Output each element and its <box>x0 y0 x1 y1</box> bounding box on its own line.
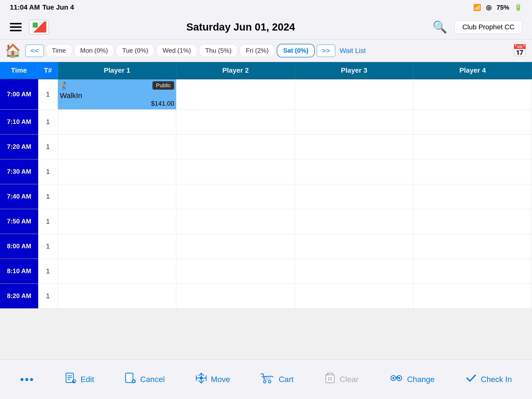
booking-price: $141.00 <box>60 100 174 107</box>
app-icon-graphic <box>32 21 46 33</box>
top-nav-right: 🔍 Club Prophet CC <box>432 20 522 34</box>
wifi-icon: 📶 <box>473 4 481 11</box>
check-in-button[interactable]: Check In <box>460 369 517 390</box>
player3-cell-810[interactable] <box>295 259 414 283</box>
cancel-label: Cancel <box>140 375 165 384</box>
page-title: Saturday Jun 01, 2024 <box>186 21 295 33</box>
cancel-button[interactable]: Cancel <box>119 369 170 390</box>
player1-cell-720[interactable] <box>58 134 176 159</box>
tnum-cell-800: 1 <box>38 234 58 259</box>
top-nav: Saturday Jun 01, 2024 🔍 Club Prophet CC <box>0 15 532 39</box>
table-row: 7:40 AM 1 <box>0 184 532 209</box>
svg-point-21 <box>392 377 394 379</box>
tab-saturday[interactable]: Sat (0%) <box>277 44 315 57</box>
check-in-icon <box>465 372 477 387</box>
calendar-button[interactable]: 📅 <box>512 44 527 58</box>
player2-cell-750[interactable] <box>176 209 295 234</box>
player3-cell-740[interactable] <box>295 184 414 209</box>
tnum-cell-750: 1 <box>38 209 58 234</box>
player4-cell-750[interactable] <box>414 209 532 234</box>
player2-cell-740[interactable] <box>176 184 295 209</box>
svg-text:✎: ✎ <box>73 379 76 383</box>
table-row: 7:00 AM 1 🏌️ Public WalkIn $141.00 <box>0 79 532 110</box>
header-player4: Player 4 <box>414 62 532 79</box>
tab-tuesday[interactable]: Tue (0%) <box>116 44 154 57</box>
svg-point-22 <box>398 377 400 379</box>
player4-cell-740[interactable] <box>414 184 532 209</box>
booking-type-icon: 🏌️ <box>60 81 69 90</box>
time-cell-700: 7:00 AM <box>0 79 38 109</box>
tab-thursday[interactable]: Thu (5%) <box>199 44 238 57</box>
status-date: Tue Jun 4 <box>42 3 74 11</box>
table-row: 7:30 AM 1 <box>0 159 532 184</box>
tab-sunday[interactable]: Time <box>46 44 72 57</box>
player3-cell-800[interactable] <box>295 234 414 259</box>
time-cell-810: 8:10 AM <box>0 259 38 283</box>
player1-cell-730[interactable] <box>58 159 176 184</box>
player2-cell-730[interactable] <box>176 159 295 184</box>
move-icon <box>195 372 207 387</box>
tnum-cell-710: 1 <box>38 110 58 134</box>
cancel-icon <box>124 372 137 387</box>
svg-point-11 <box>264 381 266 383</box>
player4-cell-820[interactable] <box>414 284 532 308</box>
battery-icon: 🔋 <box>514 4 522 11</box>
change-button[interactable]: Change <box>384 369 440 390</box>
home-button[interactable]: 🏠 <box>5 43 21 58</box>
player3-cell-710[interactable] <box>295 110 414 134</box>
time-cell-740: 7:40 AM <box>0 184 38 209</box>
player1-cell-700[interactable]: 🏌️ Public WalkIn $141.00 <box>58 79 176 109</box>
wait-list-button[interactable]: Wait List <box>340 47 366 55</box>
player1-cell-710[interactable] <box>58 110 176 134</box>
player2-cell-700[interactable] <box>176 79 295 109</box>
prev-week-button[interactable]: << <box>25 45 44 57</box>
app-icon[interactable] <box>29 20 49 34</box>
tab-wednesday[interactable]: Wed (1%) <box>156 44 197 57</box>
player4-cell-800[interactable] <box>414 234 532 259</box>
booking-700-p1: 🏌️ Public WalkIn $141.00 <box>60 81 174 107</box>
player1-cell-820[interactable] <box>58 284 176 308</box>
table-row: 7:20 AM 1 <box>0 134 532 159</box>
edit-label: Edit <box>81 375 94 384</box>
next-week-button[interactable]: >> <box>317 45 335 57</box>
player1-cell-810[interactable] <box>58 259 176 283</box>
player4-cell-710[interactable] <box>414 110 532 134</box>
player4-cell-810[interactable] <box>414 259 532 283</box>
player1-cell-740[interactable] <box>58 184 176 209</box>
cart-button[interactable]: Cart <box>255 369 298 390</box>
tab-friday[interactable]: Fri (2%) <box>240 44 275 57</box>
player3-cell-750[interactable] <box>295 209 414 234</box>
player2-cell-800[interactable] <box>176 234 295 259</box>
battery-level: 75% <box>497 4 509 11</box>
tnum-cell-820: 1 <box>38 284 58 308</box>
player4-cell-730[interactable] <box>414 159 532 184</box>
player2-cell-820[interactable] <box>176 284 295 308</box>
svg-point-12 <box>268 381 271 383</box>
hamburger-button[interactable] <box>10 23 22 31</box>
header-player1: Player 1 <box>58 62 176 79</box>
booking-badge: Public <box>152 81 174 90</box>
player4-cell-700[interactable] <box>414 79 532 109</box>
more-options-button[interactable]: ••• <box>15 371 39 388</box>
edit-button[interactable]: ✎ Edit <box>60 369 99 390</box>
player1-cell-750[interactable] <box>58 209 176 234</box>
move-button[interactable]: Move <box>190 369 235 390</box>
table-row: 8:10 AM 1 <box>0 259 532 284</box>
club-selector[interactable]: Club Prophet CC <box>455 20 522 34</box>
player2-cell-810[interactable] <box>176 259 295 283</box>
tnum-cell-730: 1 <box>38 159 58 184</box>
player4-cell-720[interactable] <box>414 134 532 159</box>
player3-cell-730[interactable] <box>295 159 414 184</box>
player2-cell-720[interactable] <box>176 134 295 159</box>
player3-cell-820[interactable] <box>295 284 414 308</box>
player3-cell-700[interactable] <box>295 79 414 109</box>
tab-monday[interactable]: Mon (0%) <box>74 44 114 57</box>
player2-cell-710[interactable] <box>176 110 295 134</box>
clear-button[interactable]: Clear <box>319 369 363 390</box>
search-button[interactable]: 🔍 <box>432 20 447 34</box>
player3-cell-720[interactable] <box>295 134 414 159</box>
clear-icon <box>324 372 336 387</box>
player1-cell-800[interactable] <box>58 234 176 259</box>
status-right: 📶 ◎ 75% 🔋 <box>473 4 522 11</box>
tee-sheet-grid: 7:00 AM 1 🏌️ Public WalkIn $141.00 7:10 … <box>0 79 532 363</box>
